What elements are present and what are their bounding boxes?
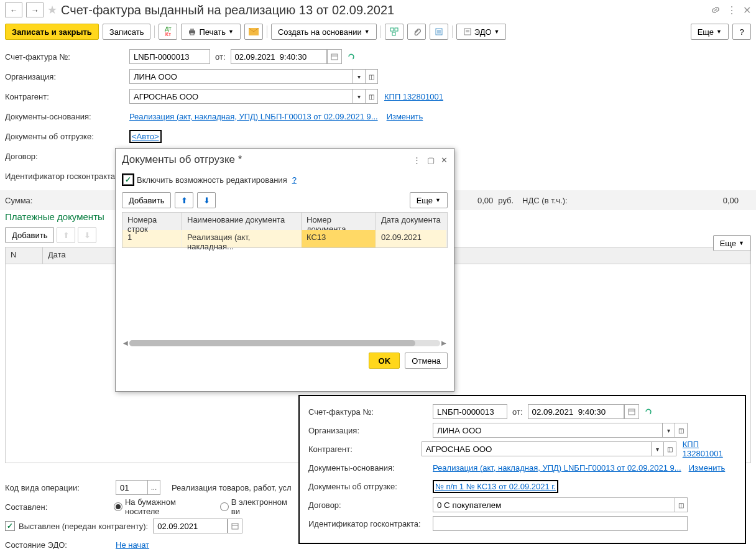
move-up-button[interactable]: ⬆	[57, 227, 75, 243]
org-label: Организация:	[5, 72, 129, 81]
bp-invoice-label: Счет-фактура №:	[308, 407, 433, 417]
bp-kpp-link[interactable]: КПП 132801001	[683, 440, 736, 458]
bp-refresh-icon[interactable]	[644, 407, 653, 416]
composed-label: Составлен:	[5, 502, 114, 512]
bp-shipment-label: Документы об отгрузке:	[308, 482, 433, 491]
menu-dots-icon[interactable]: ⋮	[727, 4, 737, 16]
table-row[interactable]: 1 Реализация (акт, накладная... КС13 02.…	[122, 230, 447, 247]
issued-checkbox[interactable]: ✓	[5, 521, 15, 531]
modal-close-icon[interactable]: ✕	[441, 155, 448, 165]
attach-button[interactable]	[407, 24, 426, 40]
email-button[interactable]	[244, 24, 263, 40]
vat-label: НДС (в т.ч.):	[522, 196, 568, 205]
op-code-label: Код вида операции:	[5, 483, 116, 492]
op-code-input[interactable]	[116, 480, 148, 495]
bp-contract-input[interactable]	[433, 497, 675, 512]
ok-button[interactable]: OK	[369, 353, 400, 369]
scroll-left[interactable]: ◀	[122, 339, 129, 346]
bp-contract-label: Договор:	[308, 501, 433, 510]
star-icon[interactable]: ★	[47, 3, 57, 17]
issued-cal-btn[interactable]	[228, 519, 242, 533]
back-button[interactable]: ←	[5, 2, 22, 17]
change-link[interactable]: Изменить	[387, 112, 423, 121]
enable-edit-label: Включить возможность редактирования	[137, 175, 287, 185]
radio-electronic[interactable]	[220, 502, 229, 511]
shipment-auto-link[interactable]: <Авто>	[132, 132, 159, 141]
bp-gov-input[interactable]	[433, 516, 688, 531]
cancel-button[interactable]: Отмена	[405, 353, 448, 369]
counterparty-dropdown-btn[interactable]: ▾	[353, 89, 366, 104]
printer-icon	[188, 27, 196, 36]
bp-cp-dd[interactable]: ▾	[652, 441, 664, 456]
help-link[interactable]: ?	[292, 175, 297, 185]
calendar-icon	[231, 522, 239, 530]
svg-rect-1	[190, 29, 194, 30]
save-close-button[interactable]: Записать и закрыть	[5, 24, 99, 40]
cell-docnum[interactable]: КС13	[302, 230, 376, 247]
save-button[interactable]: Записать	[103, 24, 151, 40]
edo-state-link[interactable]: Не начат	[116, 540, 149, 550]
help-button[interactable]: ?	[732, 24, 751, 40]
invoice-no-input[interactable]	[129, 49, 210, 64]
add-payment-button[interactable]: Добавить	[5, 227, 54, 243]
bp-contract-open[interactable]: ◫	[675, 497, 688, 512]
structure-button[interactable]	[385, 24, 403, 40]
modal-up-button[interactable]: ⬆	[175, 192, 193, 208]
currency-label: руб.	[498, 196, 514, 205]
forward-button[interactable]: →	[26, 2, 44, 17]
from-label: от:	[215, 52, 226, 62]
issued-date-input[interactable]	[153, 519, 228, 533]
op-code-picker[interactable]: …	[148, 480, 160, 495]
scroll-right[interactable]: ▶	[440, 339, 448, 346]
shipment-docs-dialog: Документы об отгрузке * ⋮ ▢ ✕ ✓ Включить…	[115, 148, 454, 392]
invoice-no-label: Счет-фактура №:	[5, 52, 129, 62]
counterparty-input[interactable]	[129, 89, 353, 104]
modal-add-button[interactable]: Добавить	[122, 192, 171, 208]
bp-cal-btn[interactable]	[624, 404, 639, 419]
link-icon[interactable]	[711, 5, 721, 15]
bp-shipment-link[interactable]: № п/п 1 № КС13 от 02.09.2021 г.	[435, 482, 556, 491]
modal-maximize-icon[interactable]: ▢	[427, 155, 435, 165]
edo-state-label: Состояние ЭДО:	[5, 540, 116, 550]
counterparty-open-btn[interactable]: ◫	[366, 89, 378, 104]
modal-menu-icon[interactable]: ⋮	[413, 155, 421, 165]
edo-button[interactable]: ЭДО ▼	[456, 24, 507, 40]
bp-date-input[interactable]	[528, 404, 624, 419]
print-button[interactable]: Печать ▼	[181, 24, 241, 40]
radio-paper[interactable]	[114, 502, 122, 511]
edo-icon	[463, 27, 472, 36]
refresh-icon[interactable]	[347, 52, 356, 61]
payment-more-button[interactable]: Еще ▼	[713, 235, 751, 251]
kpp-link[interactable]: КПП 132801001	[384, 92, 443, 101]
list-button[interactable]	[430, 24, 448, 40]
modal-down-button[interactable]: ⬇	[197, 192, 216, 208]
bp-cp-open[interactable]: ◫	[664, 441, 676, 456]
basis-docs-link[interactable]: Реализация (акт, накладная, УПД) LNБП-Г0…	[129, 112, 378, 121]
sum-label: Сумма:	[5, 196, 129, 205]
date-input[interactable]	[231, 49, 327, 64]
bp-org-open[interactable]: ◫	[675, 423, 688, 438]
more-button[interactable]: Еще ▼	[691, 24, 729, 40]
org-open-btn[interactable]: ◫	[366, 69, 378, 84]
col-n: N	[6, 247, 43, 264]
calendar-button[interactable]	[327, 49, 342, 64]
org-dropdown-btn[interactable]: ▾	[353, 69, 366, 84]
bp-org-label: Организация:	[308, 426, 433, 435]
create-based-button[interactable]: Создать на основании ▼	[271, 24, 377, 40]
enable-edit-checkbox[interactable]: ✓	[123, 175, 133, 185]
bp-basis-link[interactable]: Реализация (акт, накладная, УПД) LNБП-Г0…	[433, 463, 681, 473]
counterparty-label: Контрагент:	[5, 92, 129, 101]
bp-invoice-input[interactable]	[433, 404, 507, 419]
paperclip-icon	[412, 27, 421, 36]
bp-org-input[interactable]	[433, 423, 663, 438]
dt-kt-button[interactable]: ДтКт	[159, 24, 177, 40]
bp-change-link[interactable]: Изменить	[689, 463, 726, 473]
move-down-button[interactable]: ⬇	[78, 227, 96, 243]
bp-cp-input[interactable]	[422, 441, 652, 456]
modal-more-button[interactable]: Еще ▼	[410, 192, 448, 208]
scrollbar[interactable]	[129, 340, 440, 346]
close-icon[interactable]: ✕	[743, 4, 751, 16]
bp-org-dd[interactable]: ▾	[663, 423, 675, 438]
calendar-icon	[331, 53, 338, 60]
org-input[interactable]	[129, 69, 353, 84]
